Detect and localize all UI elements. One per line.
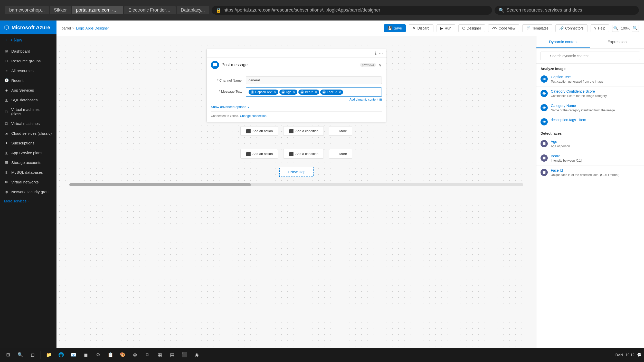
face-id-item-name: Face Id (551, 168, 640, 172)
dynamic-item-age[interactable]: Age Age of person. (536, 137, 644, 151)
run-button[interactable]: ▶ Run (437, 24, 455, 32)
browser-tab-5[interactable]: Dataplacy... (177, 6, 209, 14)
sidebar-item-vm-classic[interactable]: □ Virtual machines (class... (0, 105, 56, 119)
taskbar-task-view[interactable]: ◻ (27, 349, 38, 360)
sidebar-item-resource-groups[interactable]: ◻ Resource groups (0, 56, 56, 66)
step-header[interactable]: Post message (Preview) ∨ (207, 58, 386, 72)
sidebar-item-dashboard[interactable]: ⊞ Dashboard (0, 46, 56, 56)
scrollbar-thumb-horizontal[interactable] (69, 183, 251, 186)
zoom-out-button[interactable]: 🔍 (612, 25, 619, 32)
connectors-button[interactable]: 🔗 Connectors (555, 24, 588, 32)
sidebar-item-mysql[interactable]: ◫ MySQL databases (0, 167, 56, 177)
browser-tab-2[interactable]: Sikker (50, 6, 71, 14)
add-action-button-2[interactable]: ⬛ Add an action (240, 149, 278, 159)
dynamic-item-beard[interactable]: Beard Intensity between [0,1]. (536, 151, 644, 166)
taskbar-app-6[interactable]: ⧉ (142, 349, 153, 360)
sidebar-item-app-plans[interactable]: ◫ App Service plans (0, 148, 56, 158)
dynamic-item-category-confidence[interactable]: Category Confidence Score Confidence Sco… (536, 87, 644, 101)
canvas-area[interactable]: ℹ ··· Post message (Preview) ∨ (56, 36, 536, 362)
sidebar-item-storage[interactable]: ▦ Storage accounts (0, 158, 56, 167)
sidebar-item-label: MySQL databases (11, 170, 43, 174)
add-dynamic-anchor[interactable]: Add dynamic content ⊞ (246, 98, 382, 101)
add-dynamic-link[interactable]: Add dynamic content ⊞ (246, 98, 382, 101)
age-item-name: Age (551, 140, 640, 144)
sidebar-item-recent[interactable]: 🕐 Recent (0, 75, 56, 85)
channel-name-value[interactable]: general (246, 76, 382, 84)
browser-tab-4[interactable]: Electronic Frontier F... (124, 6, 176, 14)
help-button[interactable]: ? Help (591, 24, 609, 32)
add-condition-button[interactable]: ⬛ Add a condition (283, 126, 324, 136)
search-bar[interactable]: 🔍 Search resources, services and docs (495, 6, 639, 15)
dynamic-item-category-name[interactable]: Category Name Name of the category ident… (536, 101, 644, 115)
tab-dynamic-content[interactable]: Dynamic content (536, 36, 590, 48)
token-beard[interactable]: ◼ Beard ✕ (298, 90, 319, 95)
taskbar-app-5[interactable]: ◎ (130, 349, 140, 360)
taskbar-start-button[interactable]: ⊞ (3, 349, 13, 360)
step-chevron-icon[interactable]: ∨ (378, 62, 382, 68)
age-item-desc: Age of person. (551, 144, 640, 149)
zoom-in-button[interactable]: 🔍 (632, 25, 639, 32)
more-button-2[interactable]: ··· More (329, 149, 352, 159)
sidebar: ⬡ Microsoft Azure ＋ + New ⊞ Dashboard ◻ … (0, 21, 56, 362)
browser-tab-1[interactable]: barneworkshop... (5, 6, 49, 14)
dynamic-item-face-id[interactable]: Face Id Unique face id of the detected f… (536, 166, 644, 180)
code-view-button[interactable]: </> Code view (488, 24, 519, 32)
sidebar-item-vm[interactable]: □ Virtual machines (0, 119, 56, 128)
beard-token-close[interactable]: ✕ (315, 91, 317, 94)
taskbar-app-1[interactable]: ◼ (80, 349, 91, 360)
dynamic-item-description-tags[interactable]: description.tags - Item (536, 115, 644, 128)
discard-button[interactable]: ✕ Discard (409, 24, 433, 32)
tab-expression[interactable]: Expression (590, 36, 644, 48)
caption-text-token-close[interactable]: ✕ (274, 91, 276, 94)
taskbar-app-3[interactable]: 📋 (105, 349, 116, 360)
sidebar-new-button[interactable]: ＋ + New (0, 34, 56, 46)
show-advanced-toggle[interactable]: Show advanced options ∨ (211, 105, 382, 109)
designer-button[interactable]: ⬡ Designer (458, 24, 485, 32)
more-options-icon[interactable]: ··· (379, 51, 383, 56)
tokens-area[interactable]: 👁 Caption Text ✕ ◼ Age ✕ (246, 87, 382, 97)
templates-button[interactable]: 📄 Templates (522, 24, 552, 32)
token-face-id[interactable]: ◼ Face Id ✕ (320, 90, 343, 95)
storage-icon: ▦ (4, 160, 9, 165)
sidebar-item-sql[interactable]: ◫ SQL databases (0, 95, 56, 105)
sidebar-item-label: Cloud services (classic) (11, 131, 52, 135)
address-bar[interactable]: 🔒 https://portal.azure.com/#resource/sub… (212, 6, 492, 15)
taskbar-app-10[interactable]: ◉ (191, 349, 202, 360)
taskbar-app-7[interactable]: ▦ (154, 349, 165, 360)
taskbar-app-9[interactable]: ⬛ (179, 349, 190, 360)
change-connection-link[interactable]: Change connection. (240, 114, 267, 118)
sidebar-item-subscriptions[interactable]: ♦ Subscriptions (0, 138, 56, 148)
save-button[interactable]: 💾 Save (384, 24, 406, 32)
new-step-button[interactable]: + New step (279, 167, 314, 177)
sidebar-item-vnet[interactable]: ⊕ Virtual networks (0, 177, 56, 187)
age-token-close[interactable]: ✕ (293, 91, 295, 94)
breadcrumb-current[interactable]: Logic Apps Designer (76, 26, 109, 30)
browser-chrome: barneworkshop... Sikker portal.azure.com… (0, 0, 644, 21)
add-action-button[interactable]: ⬛ Add an action (240, 126, 278, 136)
taskbar-file-explorer[interactable]: 📁 (43, 349, 54, 360)
more-services-button[interactable]: More services › (0, 197, 56, 206)
info-icon[interactable]: ℹ (375, 51, 376, 56)
sidebar-item-cloud-services[interactable]: ☁ Cloud services (classic) (0, 128, 56, 138)
sidebar-item-app-services[interactable]: ◈ App Services (0, 85, 56, 95)
horizontal-scrollbar[interactable] (69, 183, 523, 186)
sidebar-item-nsg[interactable]: ◎ Network security grou... (0, 187, 56, 197)
taskbar-app-2[interactable]: ⚙ (93, 349, 103, 360)
add-condition-button-2[interactable]: ⬛ Add a condition (283, 149, 324, 159)
token-caption-text[interactable]: 👁 Caption Text ✕ (249, 90, 278, 95)
sidebar-item-all-resources[interactable]: ≡ All resources (0, 66, 56, 75)
age-token-label: Age (286, 90, 291, 94)
token-age[interactable]: ◼ Age ✕ (279, 90, 297, 95)
dynamic-item-caption-text[interactable]: Caption Text Text caption generated from… (536, 72, 644, 87)
browser-tab-3[interactable]: portal.azure.com - Fre... (72, 6, 123, 14)
face-id-token-close[interactable]: ✕ (339, 91, 341, 94)
taskbar-app-8[interactable]: ▤ (167, 349, 177, 360)
dynamic-content-search-input[interactable] (541, 52, 640, 60)
more-button[interactable]: ··· More (329, 126, 352, 136)
taskbar-mail[interactable]: 📧 (68, 349, 79, 360)
breadcrumb-barrel[interactable]: barrel (62, 26, 71, 30)
taskbar-search-button[interactable]: 🔍 (15, 349, 26, 360)
taskbar-browser[interactable]: 🌐 (56, 349, 67, 360)
notification-icon[interactable]: 💬 (637, 353, 641, 357)
taskbar-app-4[interactable]: 🎨 (117, 349, 128, 360)
